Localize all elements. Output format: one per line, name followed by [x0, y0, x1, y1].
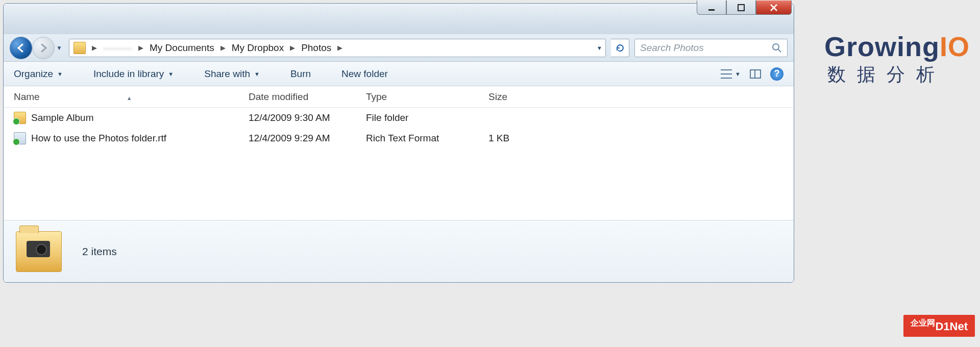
svg-rect-0	[708, 9, 715, 11]
search-box[interactable]: Search Photos	[634, 39, 788, 57]
chevron-down-icon: ▼	[254, 71, 260, 77]
sort-indicator-icon: ▲	[40, 95, 132, 101]
folder-icon	[74, 42, 86, 54]
organize-menu[interactable]: Organize▼	[14, 68, 63, 80]
breadcrumb-item[interactable]: My Documents	[149, 42, 215, 54]
chevron-right-icon: ▶	[332, 44, 348, 52]
breadcrumb-item[interactable]: My Dropbox	[231, 42, 285, 54]
search-icon	[772, 43, 782, 53]
include-library-menu[interactable]: Include in library▼	[93, 68, 174, 80]
file-name: Sample Album	[31, 112, 94, 123]
file-type: File folder	[366, 112, 488, 123]
watermark-growingio: GrowingIO 数据分析	[824, 31, 970, 87]
list-view-icon	[721, 69, 732, 79]
svg-rect-1	[738, 5, 744, 11]
burn-label: Burn	[290, 68, 311, 80]
camera-icon	[27, 241, 50, 257]
chevron-down-icon: ▼	[735, 71, 741, 77]
breadcrumb-root[interactable]: ———	[102, 42, 133, 54]
refresh-button[interactable]	[611, 39, 629, 57]
svg-line-5	[778, 49, 781, 52]
column-type[interactable]: Type	[366, 91, 488, 103]
chevron-right-icon: ▶	[133, 44, 149, 52]
file-date: 12/4/2009 9:29 AM	[249, 133, 366, 144]
chevron-right-icon: ▶	[215, 44, 231, 52]
breadcrumb-item[interactable]: Photos	[300, 42, 332, 54]
address-dropdown[interactable]: ▼	[597, 45, 602, 51]
close-button[interactable]	[756, 1, 792, 15]
arrow-right-icon	[38, 43, 48, 53]
close-icon	[770, 4, 778, 12]
file-size: 1 KB	[488, 133, 565, 144]
file-name: How to use the Photos folder.rtf	[31, 133, 166, 144]
arrow-left-icon	[16, 43, 26, 53]
rtf-file-sync-icon	[14, 132, 26, 144]
nav-buttons: ▼	[10, 37, 64, 59]
file-list: Name▲ Date modified Type Size Sample Alb…	[4, 86, 794, 220]
watermark-brand-accent: IO	[940, 31, 970, 62]
maximize-button[interactable]	[726, 1, 756, 15]
column-date[interactable]: Date modified	[249, 91, 366, 103]
file-type: Rich Text Format	[366, 133, 488, 144]
window-titlebar	[4, 4, 794, 34]
svg-point-4	[773, 44, 779, 50]
column-headers: Name▲ Date modified Type Size	[4, 86, 794, 108]
address-bar[interactable]: ▶ ——— ▶ My Documents ▶ My Dropbox ▶ Phot…	[69, 39, 606, 57]
new-folder-button[interactable]: New folder	[341, 68, 388, 80]
file-row[interactable]: Sample Album 12/4/2009 9:30 AM File fold…	[4, 108, 794, 128]
chevron-right-icon: ▶	[285, 44, 300, 52]
newfolder-label: New folder	[341, 68, 388, 80]
folder-sync-icon	[14, 112, 26, 124]
help-button[interactable]: ?	[770, 67, 783, 81]
share-label: Share with	[204, 68, 250, 80]
search-placeholder: Search Photos	[640, 42, 704, 54]
navigation-row: ▼ ▶ ——— ▶ My Documents ▶ My Dropbox ▶ Ph…	[4, 34, 794, 62]
nav-history-dropdown[interactable]: ▼	[55, 37, 64, 59]
refresh-icon	[616, 43, 625, 53]
chevron-down-icon: ▼	[168, 71, 174, 77]
chevron-right-icon: ▶	[87, 44, 102, 52]
column-name-label: Name	[14, 91, 40, 102]
forward-button[interactable]	[32, 37, 55, 59]
item-count: 2 items	[82, 245, 117, 258]
folder-large-icon	[16, 231, 62, 272]
chevron-down-icon: ▼	[57, 71, 63, 77]
maximize-icon	[738, 4, 745, 11]
share-with-menu[interactable]: Share with▼	[204, 68, 260, 80]
burn-button[interactable]: Burn	[290, 68, 311, 80]
include-label: Include in library	[93, 68, 164, 80]
minimize-button[interactable]	[697, 1, 726, 15]
explorer-window: ▼ ▶ ——— ▶ My Documents ▶ My Dropbox ▶ Ph…	[3, 3, 794, 283]
column-name[interactable]: Name▲	[14, 91, 249, 103]
back-button[interactable]	[10, 37, 32, 59]
watermark-brand-text: Growing	[824, 31, 940, 62]
help-icon: ?	[774, 68, 780, 79]
watermark-corner-en: D1Net	[935, 320, 968, 333]
organize-label: Organize	[14, 68, 53, 80]
column-size[interactable]: Size	[488, 91, 565, 103]
watermark-corner-cn: 企业网	[911, 318, 935, 327]
minimize-icon	[708, 4, 715, 11]
watermark-subtitle: 数据分析	[824, 62, 970, 87]
view-options-button[interactable]: ▼	[721, 69, 741, 79]
file-date: 12/4/2009 9:30 AM	[249, 112, 366, 123]
command-toolbar: Organize▼ Include in library▼ Share with…	[4, 62, 794, 86]
preview-pane-button[interactable]	[750, 69, 761, 79]
watermark-d1net: 企业网D1Net	[903, 315, 975, 337]
details-pane: 2 items	[4, 220, 794, 282]
file-row[interactable]: How to use the Photos folder.rtf 12/4/20…	[4, 128, 794, 148]
window-controls	[697, 1, 792, 15]
